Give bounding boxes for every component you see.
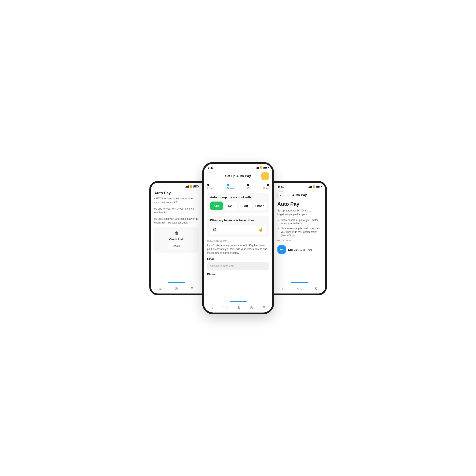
check-text-1: Set repeat top-ups for yo... meter when …	[281, 219, 322, 226]
center-bottom-nav: ⌂ ∿∿ £ ⊙ ≡	[204, 303, 272, 313]
right-battery	[316, 186, 321, 188]
center-phone: 9:41 📶 ← Se	[202, 162, 274, 314]
right-page-title: Auto Pay	[277, 201, 322, 207]
center-header-title: Set up Auto Pay	[225, 174, 251, 178]
step-energy-label: Energy	[207, 187, 215, 189]
center-nav-pound[interactable]: £	[238, 305, 240, 310]
left-status-icons: 📶	[186, 185, 198, 188]
right-wifi-icon: 📶	[313, 186, 316, 188]
infinity-icon: ∞	[277, 245, 286, 254]
progress-container: Energy Amount Pay Done	[204, 182, 272, 192]
center-status-icons: 📶	[256, 166, 268, 169]
balance-value: £2	[213, 228, 217, 231]
balance-card: When my balance is lower than: £2 🔒	[207, 216, 269, 237]
center-nav-help[interactable]: ⊙	[250, 305, 253, 310]
trash-icon: 🗑	[174, 231, 179, 236]
center-status-bar: 9:41 📶	[204, 164, 272, 170]
center-nav-activity[interactable]: ∿∿	[223, 305, 228, 309]
balance-display: £2 🔒	[210, 224, 266, 234]
step-4-dot	[267, 184, 269, 186]
get-started-label: GET STARTED	[277, 239, 322, 242]
step-amount-label: Amount	[226, 187, 235, 189]
step-3-dot	[247, 184, 249, 186]
progress-labels: Energy Amount Pay Done	[207, 187, 269, 189]
amount-30-button[interactable]: £30	[239, 202, 252, 210]
check-icon-2: ✓	[277, 227, 280, 230]
amount-card: Auto top-up my account with: £10 £20 £30…	[207, 193, 269, 213]
center-back-icon: ←	[209, 174, 213, 178]
center-wifi-icon: 📶	[260, 166, 263, 169]
scene: 📶 Auto Pay c PAYG top-ups so you never w…	[126, 153, 350, 323]
right-phone: 9:41 📶 ← Au	[274, 181, 327, 295]
left-nav-menu[interactable]: ≡	[191, 286, 193, 291]
right-status-icons: 📶	[308, 186, 321, 188]
center-signal	[256, 167, 259, 169]
right-status-time: 9:41	[278, 185, 284, 188]
left-desc-3: op-up is paid with your bank ll never go…	[154, 217, 199, 224]
step-pay-label: Pay	[247, 187, 251, 189]
amount-options: £10 £20 £30 Other	[210, 202, 266, 210]
right-nav-home[interactable]: ⌂	[282, 286, 285, 291]
credit-limit-value: £2.00	[169, 242, 184, 249]
lightning-icon: ⚡	[263, 174, 268, 178]
setup-auto-pay-label: Set up Auto Pay	[288, 248, 312, 252]
step-3-line	[249, 185, 267, 185]
right-status-bar: 9:41 📶	[274, 183, 325, 189]
left-battery	[193, 186, 198, 188]
left-content: Auto Pay c PAYG top-ups so you never whe…	[151, 189, 202, 282]
left-bottom-nav: £ ⊙ ≡	[151, 284, 202, 293]
step-1-line	[209, 185, 227, 185]
right-header-title: Auto Pay	[292, 193, 307, 197]
credit-limit-card: 🗑 Credit limit £2.00	[154, 227, 199, 253]
setup-auto-pay-button[interactable]: ∞ Set up Auto Pay	[277, 245, 322, 254]
center-content: Auto top-up my account with: £10 £20 £30…	[204, 192, 272, 301]
center-nav-menu[interactable]: ≡	[263, 305, 265, 310]
left-nav-pound[interactable]: £	[159, 286, 162, 291]
right-back-button[interactable]: ←	[277, 191, 285, 199]
left-nav-help[interactable]: ⊙	[175, 286, 178, 291]
amount-other-button[interactable]: Other	[253, 202, 266, 210]
amount-card-title: Auto top-up my account with:	[210, 196, 266, 199]
center-nav-indicator	[230, 301, 247, 302]
check-icon-1: ✓	[277, 219, 280, 222]
check-item-2: ✓ Your auto top-up is paid... card, so y…	[277, 227, 322, 237]
left-phone: 📶 Auto Pay c PAYG top-ups so you never w…	[149, 181, 202, 295]
right-signal	[308, 186, 312, 188]
step-done-label: Done	[263, 187, 269, 189]
right-nav-pound[interactable]: £	[315, 286, 317, 291]
balance-card-title: When my balance is lower than:	[210, 219, 266, 222]
divider	[277, 243, 322, 243]
email-input[interactable]: sam@example.com	[207, 262, 269, 270]
amount-20-button[interactable]: £20	[224, 202, 237, 210]
receipt-section-label: NEED A RECEIPT?	[207, 240, 269, 242]
amount-10-button[interactable]: £10	[210, 202, 223, 210]
step-1-dot	[207, 184, 209, 186]
center-back-button[interactable]: ←	[207, 172, 215, 180]
check-text-2: Your auto top-up is paid... card, so you…	[281, 227, 322, 237]
step-2-line	[229, 185, 247, 185]
right-bottom-nav: ⌂ ∿∿ £	[274, 284, 325, 293]
left-signal	[186, 186, 189, 187]
left-desc-1: c PAYG top-ups so you never when your ba…	[154, 197, 199, 204]
right-content: Auto Pay Set up automatic PAYG top-u...f…	[274, 201, 325, 282]
right-back-icon: ←	[280, 193, 283, 197]
center-header: ← Set up Auto Pay ⚡	[204, 170, 272, 182]
progress-dots	[207, 184, 269, 186]
right-nav-activity[interactable]: ∿∿	[297, 287, 302, 290]
right-description: Set up automatic PAYG top-u...forget to …	[277, 209, 322, 216]
left-title: Auto Pay	[154, 191, 199, 195]
left-desc-2: op-ups for your PAYG your balance reache…	[154, 207, 199, 214]
center-status-time: 9:41	[208, 166, 214, 169]
left-wifi-icon: 📶	[189, 185, 192, 188]
receipt-text: If you'd like a receipt when your Auto P…	[207, 243, 269, 255]
lightning-button[interactable]: ⚡	[261, 172, 269, 180]
right-nav-indicator	[291, 282, 308, 283]
phone-label: Phone	[207, 272, 269, 276]
left-nav-indicator	[168, 282, 185, 283]
check-item-1: ✓ Set repeat top-ups for yo... meter whe…	[277, 219, 322, 226]
right-header: ← Auto Pay	[274, 189, 325, 201]
left-status-bar: 📶	[151, 183, 202, 189]
email-label: Email	[207, 257, 269, 260]
center-nav-home[interactable]: ⌂	[211, 305, 213, 310]
credit-limit-label: Credit limit	[169, 238, 184, 241]
